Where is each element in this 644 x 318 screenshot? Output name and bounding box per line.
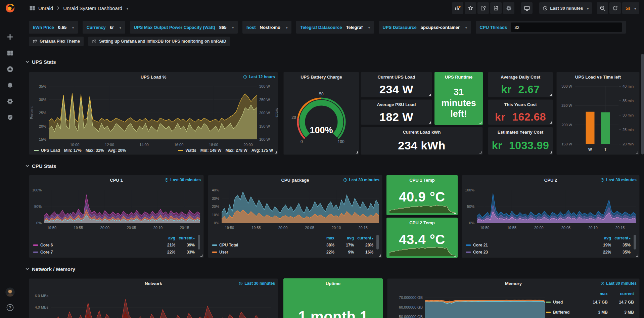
help-icon: ? bbox=[6, 304, 14, 312]
configuration-button[interactable] bbox=[4, 96, 16, 107]
panel-title[interactable]: Memory bbox=[505, 281, 522, 286]
panel-title[interactable]: UPS Battery Charge bbox=[301, 75, 342, 80]
panel-title[interactable]: Average Daily Cost bbox=[501, 75, 540, 80]
resize-handle[interactable] bbox=[550, 122, 552, 124]
panel-title[interactable]: CPU 2 bbox=[544, 178, 557, 183]
page-scrollbar[interactable] bbox=[641, 16, 644, 318]
legend-series-name[interactable]: User bbox=[219, 250, 228, 255]
resize-handle[interactable] bbox=[356, 151, 358, 153]
cpu-package-chart[interactable]: 40%30%20%10%0%19:5019:5520:0020:0520:102… bbox=[208, 185, 382, 232]
svg-text:Percent: Percent bbox=[30, 106, 34, 119]
cpu2-chart[interactable]: 100%50%0%19:5019:5520:0020:0520:1020:15 bbox=[462, 185, 639, 232]
resize-handle[interactable] bbox=[454, 212, 456, 214]
stat-value: 1033.99 bbox=[509, 139, 549, 152]
legend-scrollbar[interactable] bbox=[376, 235, 379, 249]
grafana-logo[interactable] bbox=[4, 2, 16, 14]
resize-handle[interactable] bbox=[379, 255, 381, 257]
svg-text:T: T bbox=[604, 147, 607, 152]
legend-series-name[interactable]: Watts bbox=[185, 148, 196, 153]
time-range-override[interactable]: Last 30 minutes bbox=[165, 178, 201, 182]
user-avatar[interactable] bbox=[4, 286, 16, 298]
legend-col-max[interactable]: max bbox=[582, 291, 608, 296]
legend-col-current[interactable]: current bbox=[608, 291, 634, 296]
resize-handle[interactable] bbox=[636, 255, 638, 257]
panel-title[interactable]: UPS Runtime bbox=[445, 75, 472, 80]
section-title: Network / Memory bbox=[32, 266, 75, 272]
help-button[interactable]: ? bbox=[4, 302, 16, 313]
panel-cpu-package: CPU package Last 30 minutes 40%30%20%10%… bbox=[208, 175, 382, 258]
legend-scrollbar[interactable] bbox=[198, 235, 200, 249]
panel-title[interactable]: Current UPS Load bbox=[378, 75, 415, 80]
legend-series-name[interactable]: Used bbox=[553, 300, 563, 305]
panel-title[interactable]: CPU 2 Temp bbox=[409, 220, 435, 225]
memory-chart[interactable]: 70.000000 GB60.000000 GB50.000000 GB bbox=[387, 288, 548, 318]
time-range-override[interactable]: Last 30 minutes bbox=[343, 178, 379, 182]
legend-series-name[interactable]: CPU Total bbox=[219, 243, 238, 247]
legend-min: Min: 148 W bbox=[200, 148, 222, 153]
resize-handle[interactable] bbox=[275, 151, 277, 153]
resize-handle[interactable] bbox=[479, 151, 481, 153]
cpu1-chart[interactable]: 100%50%0%19:5019:5520:0020:0520:1020:15 bbox=[29, 185, 203, 232]
alerting-button[interactable] bbox=[4, 80, 16, 91]
panel-title[interactable]: Average PSU Load bbox=[377, 102, 416, 107]
panel-title[interactable]: CPU 1 bbox=[110, 178, 123, 183]
svg-text:50%: 50% bbox=[34, 205, 42, 209]
resize-handle[interactable] bbox=[429, 122, 431, 124]
ups-load-chart[interactable]: 35%30%25%20%15%300 W250 W200 W150 W100 W… bbox=[29, 82, 278, 149]
legend-series-name[interactable]: Core 23 bbox=[473, 250, 488, 255]
resize-handle[interactable] bbox=[200, 255, 202, 257]
section-network-memory[interactable]: Network / Memory bbox=[26, 266, 75, 272]
panel-title[interactable]: CPU 1 Temp bbox=[409, 178, 435, 183]
resize-handle[interactable] bbox=[454, 255, 456, 257]
network-chart[interactable]: 6.0 MBs4.0 MBs2.0 MBs bbox=[29, 288, 278, 318]
legend-series-name[interactable]: UPS Load bbox=[41, 148, 60, 153]
panel-title[interactable]: Uptime bbox=[326, 281, 340, 286]
panel-title[interactable]: CPU package bbox=[281, 178, 309, 183]
resize-handle[interactable] bbox=[636, 151, 638, 153]
time-range-override[interactable]: Last 30 minutes bbox=[600, 281, 637, 286]
legend-scrollbar[interactable] bbox=[634, 235, 636, 249]
battery-gauge[interactable]: 02050100100% bbox=[284, 82, 359, 153]
time-range-override[interactable]: Last 30 minutes bbox=[239, 281, 275, 286]
svg-text:W: W bbox=[588, 147, 592, 152]
resize-handle[interactable] bbox=[550, 151, 552, 153]
resize-handle[interactable] bbox=[550, 94, 552, 96]
resize-handle[interactable] bbox=[479, 122, 481, 124]
server-admin-button[interactable] bbox=[4, 112, 16, 123]
legend-avg: 9% bbox=[334, 250, 354, 255]
panel-title[interactable]: Network bbox=[145, 281, 162, 286]
svg-text:100%: 100% bbox=[32, 188, 42, 192]
svg-text:15%: 15% bbox=[39, 137, 46, 141]
legend-col-avg[interactable]: avg bbox=[156, 236, 175, 240]
chevron-down-icon bbox=[26, 60, 29, 63]
svg-text:20:00: 20:00 bbox=[100, 226, 110, 230]
legend-col-max[interactable]: max bbox=[315, 236, 334, 240]
legend-series-name[interactable]: Core 7 bbox=[40, 250, 53, 255]
svg-text:19:50: 19:50 bbox=[225, 226, 234, 230]
section-cpu-stats[interactable]: CPU Stats bbox=[26, 163, 56, 169]
legend-series-name[interactable]: Core 6 bbox=[40, 243, 53, 247]
panel-title[interactable]: Current Load kWh bbox=[403, 130, 441, 135]
panel-title[interactable]: Estimated Yearly Cost bbox=[498, 130, 543, 135]
legend-col-current[interactable]: current bbox=[175, 236, 195, 240]
explore-button[interactable] bbox=[4, 63, 16, 75]
legend-col-avg[interactable]: avg bbox=[334, 236, 354, 240]
ups-bar-chart[interactable]: 300 W250 W200 W150 W40 min35 min30 min25… bbox=[557, 82, 639, 153]
scrollbar-thumb[interactable] bbox=[641, 54, 644, 154]
svg-text:19:55: 19:55 bbox=[251, 226, 261, 230]
legend-col-current[interactable]: current bbox=[354, 236, 373, 240]
panel-title[interactable]: This Years Cost bbox=[504, 102, 537, 107]
panel-title[interactable]: UPS Load vs Time left bbox=[575, 75, 621, 80]
create-button[interactable] bbox=[4, 31, 16, 43]
legend-series-name[interactable]: Buffered bbox=[553, 310, 569, 315]
legend-series-name[interactable]: Core 21 bbox=[473, 243, 488, 247]
section-ups-stats[interactable]: UPS Stats bbox=[26, 59, 56, 65]
dashboards-button[interactable] bbox=[4, 47, 16, 59]
legend-col-current[interactable]: current bbox=[611, 236, 631, 240]
time-range-override[interactable]: Last 12 hours bbox=[243, 75, 275, 79]
legend-col-avg[interactable]: avg bbox=[592, 236, 611, 240]
resize-handle[interactable] bbox=[429, 94, 431, 96]
panel-title[interactable]: UPS Load % bbox=[141, 75, 167, 80]
legend-marker bbox=[466, 244, 471, 246]
time-range-override[interactable]: Last 30 minutes bbox=[600, 178, 637, 182]
